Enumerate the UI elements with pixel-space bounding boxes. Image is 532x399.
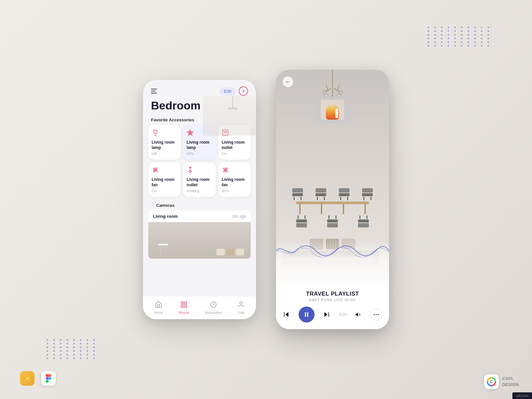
svg-marker-17	[325, 312, 328, 317]
svg-rect-7	[181, 302, 183, 304]
room-scene: ←	[276, 70, 389, 287]
back-button[interactable]: ←	[283, 76, 293, 87]
outlet2-name: Living room outlet	[187, 177, 212, 188]
lamp-icon	[152, 129, 177, 138]
nav-home[interactable]: Home	[151, 299, 167, 316]
play-pause-button[interactable]	[299, 307, 315, 323]
camera-scene	[148, 222, 251, 259]
camera-feed[interactable]	[148, 222, 251, 259]
svg-point-12	[240, 302, 242, 304]
capi-icon: C	[484, 374, 499, 389]
watermark-text: CAPI. DESIGN	[502, 376, 519, 388]
outlet1-name: Living room outlet	[222, 140, 247, 150]
player-controls: 3:25 •••	[283, 307, 382, 323]
cameras-label: Cameras	[148, 200, 251, 210]
svg-rect-9	[185, 305, 187, 307]
fan2-name: Living room fan	[222, 177, 247, 188]
add-button[interactable]: +	[239, 86, 248, 96]
phone-content: Edit + Bedroom Favorite Accessories	[143, 80, 256, 296]
accessory-card-fan2[interactable]: Living room fan 60%	[218, 162, 251, 197]
more-button[interactable]: •••	[370, 309, 382, 321]
svg-rect-10	[181, 305, 183, 307]
nav-rooms[interactable]: Rooms	[176, 299, 193, 316]
automation-label: Automation	[205, 311, 222, 315]
svg-text:C: C	[490, 380, 493, 384]
svg-marker-26	[23, 377, 25, 382]
lamp1-status: Off	[152, 152, 177, 156]
svg-marker-13	[285, 312, 288, 317]
user-icon	[237, 301, 245, 310]
accessory-card-fan1[interactable]: Living room fan On	[148, 162, 181, 197]
accessory-card-outlet2[interactable]: Living room outlet Heating	[183, 162, 215, 197]
bottom-nav: Home Rooms	[143, 296, 256, 319]
fan2-icon	[222, 166, 247, 175]
accessory-card-lamp1[interactable]: Living room lamp Off	[148, 125, 181, 160]
track-subtitle: DAFT PUNK LIVE IN NY	[283, 298, 382, 302]
svg-rect-8	[185, 302, 187, 304]
lamp1-name: Living room lamp	[152, 140, 177, 150]
rooms-label: Rooms	[179, 311, 190, 315]
room-title-area: Bedroom	[143, 99, 256, 115]
lamp2-name: Living room lamp	[187, 140, 212, 150]
volume-button[interactable]	[355, 311, 362, 318]
time-label: 3:25	[339, 312, 346, 317]
edit-button[interactable]: Edit	[219, 87, 236, 95]
figma-logo	[41, 371, 56, 386]
prev-button[interactable]	[283, 311, 290, 318]
lamp2-status: 60%	[187, 152, 212, 156]
wave-visualizer	[276, 241, 389, 261]
phones-container: Edit + Bedroom Favorite Accessories	[143, 70, 389, 329]
next-button[interactable]	[323, 311, 330, 318]
phone-left: Edit + Bedroom Favorite Accessories	[143, 80, 256, 319]
user-label: User	[238, 311, 245, 315]
phone-right: ← TRAVEL PLAYLIST DAFT PUNK LIVE IN NY	[276, 70, 389, 329]
camera-time: 16s ago	[232, 214, 246, 219]
bottom-logos	[20, 371, 56, 386]
watermark: C CAPI. DESIGN	[484, 374, 519, 389]
dots-bottom-left	[47, 339, 98, 359]
svg-rect-16	[307, 312, 308, 317]
outlet2-status: Heating	[187, 189, 212, 193]
svg-marker-27	[30, 377, 31, 382]
room-photo: ←	[276, 70, 389, 287]
menu-icon[interactable]	[151, 89, 157, 93]
header-right: Edit +	[219, 86, 248, 96]
fan1-icon	[152, 166, 177, 175]
camera-name: Living room	[153, 214, 178, 219]
accessories-grid: Living room lamp Off Living room lamp 60…	[143, 125, 256, 197]
home-icon	[155, 301, 162, 310]
outlet1-status: On	[222, 152, 247, 156]
music-player: TRAVEL PLAYLIST DAFT PUNK LIVE IN NY	[276, 287, 389, 329]
rooms-icon	[180, 301, 188, 310]
cameras-section: Cameras Living room 16s ago	[143, 197, 256, 296]
fan2-status: 60%	[222, 189, 247, 193]
nav-automation[interactable]: Automation	[202, 299, 225, 316]
sketch-logo	[20, 371, 35, 386]
ui8-badge: ui8.com	[512, 392, 532, 399]
svg-rect-15	[305, 312, 306, 317]
camera-pillows	[216, 249, 244, 255]
svg-marker-19	[356, 313, 358, 317]
automation-icon	[210, 301, 217, 310]
back-icon: ←	[285, 79, 291, 85]
dots-top-right	[428, 27, 492, 47]
camera-stool	[158, 244, 168, 255]
home-label: Home	[154, 311, 163, 315]
fan1-status: On	[152, 189, 177, 193]
track-title: TRAVEL PLAYLIST	[283, 291, 382, 297]
fan1-name: Living room fan	[152, 177, 177, 188]
outlet2-icon	[187, 166, 212, 175]
svg-marker-0	[187, 130, 193, 135]
camera-header: Living room 16s ago	[148, 210, 251, 222]
nav-user[interactable]: User	[234, 299, 248, 316]
